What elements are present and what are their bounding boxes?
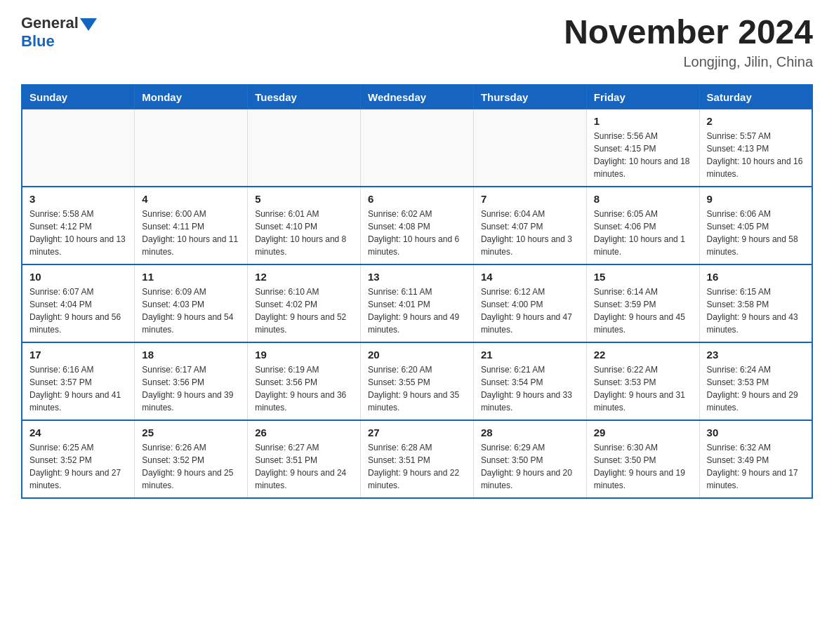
day-info: Sunrise: 6:24 AMSunset: 3:53 PMDaylight:…	[707, 363, 805, 414]
calendar-cell: 11Sunrise: 6:09 AMSunset: 4:03 PMDayligh…	[135, 264, 248, 342]
weekday-header-row: SundayMondayTuesdayWednesdayThursdayFrid…	[22, 85, 812, 109]
day-info: Sunrise: 6:19 AMSunset: 3:56 PMDaylight:…	[255, 363, 353, 414]
day-number: 20	[368, 349, 466, 361]
day-number: 5	[255, 193, 353, 205]
day-info: Sunrise: 6:06 AMSunset: 4:05 PMDaylight:…	[707, 208, 805, 258]
calendar-cell: 19Sunrise: 6:19 AMSunset: 3:56 PMDayligh…	[248, 342, 361, 420]
weekday-header-friday: Friday	[586, 85, 699, 109]
day-number: 22	[594, 349, 692, 361]
title-section: November 2024 Longjing, Jilin, China	[564, 14, 813, 70]
day-info: Sunrise: 5:57 AMSunset: 4:13 PMDaylight:…	[707, 130, 805, 180]
calendar-cell: 3Sunrise: 5:58 AMSunset: 4:12 PMDaylight…	[22, 187, 135, 264]
day-info: Sunrise: 6:10 AMSunset: 4:02 PMDaylight:…	[255, 286, 353, 336]
day-number: 2	[707, 115, 805, 127]
day-number: 29	[594, 427, 692, 438]
calendar-body: 1Sunrise: 5:56 AMSunset: 4:15 PMDaylight…	[22, 109, 812, 498]
calendar-cell: 5Sunrise: 6:01 AMSunset: 4:10 PMDaylight…	[248, 187, 361, 264]
day-number: 17	[29, 349, 127, 361]
calendar-cell: 25Sunrise: 6:26 AMSunset: 3:52 PMDayligh…	[135, 420, 248, 498]
calendar-week-3: 10Sunrise: 6:07 AMSunset: 4:04 PMDayligh…	[22, 264, 812, 342]
calendar-cell: 27Sunrise: 6:28 AMSunset: 3:51 PMDayligh…	[361, 420, 474, 498]
day-number: 8	[594, 193, 692, 205]
calendar-cell: 20Sunrise: 6:20 AMSunset: 3:55 PMDayligh…	[361, 342, 474, 420]
calendar-cell: 29Sunrise: 6:30 AMSunset: 3:50 PMDayligh…	[586, 420, 699, 498]
day-number: 3	[29, 193, 127, 205]
calendar-cell	[361, 109, 474, 187]
weekday-header-monday: Monday	[135, 85, 248, 109]
day-info: Sunrise: 6:30 AMSunset: 3:50 PMDaylight:…	[594, 441, 692, 492]
day-info: Sunrise: 6:27 AMSunset: 3:51 PMDaylight:…	[255, 441, 353, 492]
calendar-cell: 16Sunrise: 6:15 AMSunset: 3:58 PMDayligh…	[699, 264, 812, 342]
day-number: 24	[29, 427, 127, 438]
calendar-cell: 4Sunrise: 6:00 AMSunset: 4:11 PMDaylight…	[135, 187, 248, 264]
day-info: Sunrise: 6:20 AMSunset: 3:55 PMDaylight:…	[368, 363, 466, 414]
calendar-cell	[473, 109, 586, 187]
day-info: Sunrise: 6:26 AMSunset: 3:52 PMDaylight:…	[142, 441, 240, 492]
day-number: 7	[481, 193, 579, 205]
day-info: Sunrise: 6:11 AMSunset: 4:01 PMDaylight:…	[368, 286, 466, 336]
calendar-header: SundayMondayTuesdayWednesdayThursdayFrid…	[22, 85, 812, 109]
calendar-cell: 15Sunrise: 6:14 AMSunset: 3:59 PMDayligh…	[586, 264, 699, 342]
day-number: 12	[255, 271, 353, 283]
calendar-cell: 22Sunrise: 6:22 AMSunset: 3:53 PMDayligh…	[586, 342, 699, 420]
calendar-cell: 14Sunrise: 6:12 AMSunset: 4:00 PMDayligh…	[473, 264, 586, 342]
calendar-cell: 12Sunrise: 6:10 AMSunset: 4:02 PMDayligh…	[248, 264, 361, 342]
day-number: 23	[707, 349, 805, 361]
calendar-cell: 28Sunrise: 6:29 AMSunset: 3:50 PMDayligh…	[473, 420, 586, 498]
calendar-cell: 10Sunrise: 6:07 AMSunset: 4:04 PMDayligh…	[22, 264, 135, 342]
calendar-cell: 8Sunrise: 6:05 AMSunset: 4:06 PMDaylight…	[586, 187, 699, 264]
day-info: Sunrise: 6:28 AMSunset: 3:51 PMDaylight:…	[368, 441, 466, 492]
logo-blue-text: Blue	[21, 32, 55, 50]
calendar-week-4: 17Sunrise: 6:16 AMSunset: 3:57 PMDayligh…	[22, 342, 812, 420]
logo-general-text: General	[21, 14, 79, 32]
day-number: 6	[368, 193, 466, 205]
day-number: 13	[368, 271, 466, 283]
day-info: Sunrise: 6:09 AMSunset: 4:03 PMDaylight:…	[142, 286, 240, 336]
day-number: 16	[707, 271, 805, 283]
day-number: 30	[707, 427, 805, 438]
day-number: 25	[142, 427, 240, 438]
logo: General Blue	[21, 14, 97, 51]
day-number: 14	[481, 271, 579, 283]
calendar-cell: 17Sunrise: 6:16 AMSunset: 3:57 PMDayligh…	[22, 342, 135, 420]
calendar-cell: 30Sunrise: 6:32 AMSunset: 3:49 PMDayligh…	[699, 420, 812, 498]
calendar-week-2: 3Sunrise: 5:58 AMSunset: 4:12 PMDaylight…	[22, 187, 812, 264]
calendar-cell: 2Sunrise: 5:57 AMSunset: 4:13 PMDaylight…	[699, 109, 812, 187]
day-number: 19	[255, 349, 353, 361]
calendar-cell: 23Sunrise: 6:24 AMSunset: 3:53 PMDayligh…	[699, 342, 812, 420]
calendar-cell: 6Sunrise: 6:02 AMSunset: 4:08 PMDaylight…	[361, 187, 474, 264]
calendar-week-5: 24Sunrise: 6:25 AMSunset: 3:52 PMDayligh…	[22, 420, 812, 498]
calendar-cell: 26Sunrise: 6:27 AMSunset: 3:51 PMDayligh…	[248, 420, 361, 498]
location-subtitle: Longjing, Jilin, China	[564, 54, 813, 70]
month-title: November 2024	[564, 14, 813, 51]
weekday-header-sunday: Sunday	[22, 85, 135, 109]
day-number: 21	[481, 349, 579, 361]
day-info: Sunrise: 6:02 AMSunset: 4:08 PMDaylight:…	[368, 208, 466, 258]
day-info: Sunrise: 6:00 AMSunset: 4:11 PMDaylight:…	[142, 208, 240, 258]
day-number: 1	[594, 115, 692, 127]
calendar-cell: 24Sunrise: 6:25 AMSunset: 3:52 PMDayligh…	[22, 420, 135, 498]
day-info: Sunrise: 6:14 AMSunset: 3:59 PMDaylight:…	[594, 286, 692, 336]
page-header: General Blue November 2024 Longjing, Jil…	[21, 14, 813, 70]
day-number: 10	[29, 271, 127, 283]
weekday-header-wednesday: Wednesday	[361, 85, 474, 109]
calendar-table: SundayMondayTuesdayWednesdayThursdayFrid…	[21, 84, 813, 499]
day-info: Sunrise: 6:32 AMSunset: 3:49 PMDaylight:…	[707, 441, 805, 492]
day-number: 11	[142, 271, 240, 283]
weekday-header-saturday: Saturday	[699, 85, 812, 109]
logo-triangle-icon	[80, 18, 97, 31]
calendar-week-1: 1Sunrise: 5:56 AMSunset: 4:15 PMDaylight…	[22, 109, 812, 187]
day-info: Sunrise: 6:01 AMSunset: 4:10 PMDaylight:…	[255, 208, 353, 258]
weekday-header-thursday: Thursday	[473, 85, 586, 109]
day-info: Sunrise: 6:04 AMSunset: 4:07 PMDaylight:…	[481, 208, 579, 258]
day-info: Sunrise: 6:07 AMSunset: 4:04 PMDaylight:…	[29, 286, 127, 336]
day-info: Sunrise: 6:17 AMSunset: 3:56 PMDaylight:…	[142, 363, 240, 414]
calendar-cell	[22, 109, 135, 187]
day-info: Sunrise: 6:29 AMSunset: 3:50 PMDaylight:…	[481, 441, 579, 492]
calendar-cell	[135, 109, 248, 187]
day-number: 28	[481, 427, 579, 438]
day-info: Sunrise: 6:16 AMSunset: 3:57 PMDaylight:…	[29, 363, 127, 414]
calendar-cell: 21Sunrise: 6:21 AMSunset: 3:54 PMDayligh…	[473, 342, 586, 420]
calendar-cell: 9Sunrise: 6:06 AMSunset: 4:05 PMDaylight…	[699, 187, 812, 264]
day-info: Sunrise: 6:05 AMSunset: 4:06 PMDaylight:…	[594, 208, 692, 258]
